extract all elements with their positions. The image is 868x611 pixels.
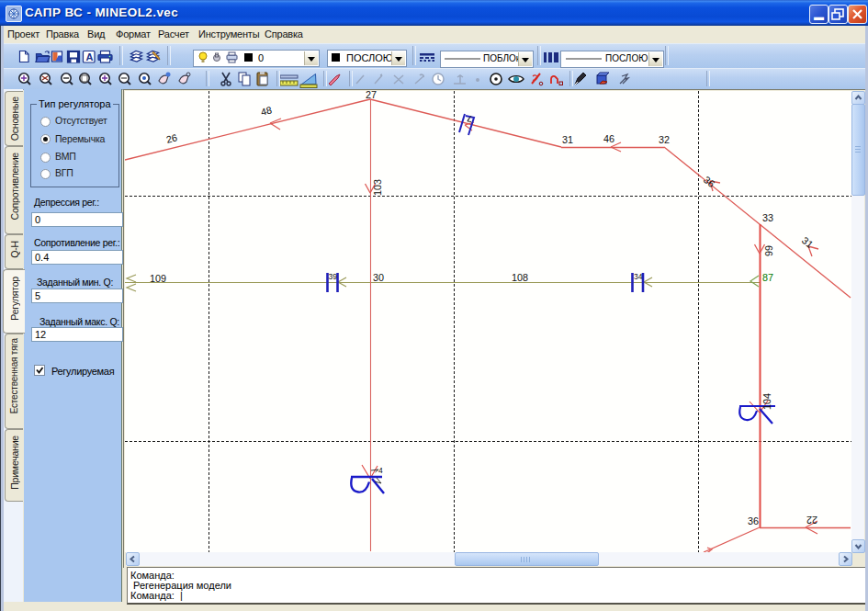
svg-text:109: 109	[150, 273, 166, 284]
svg-text:36: 36	[702, 174, 717, 189]
svg-text:36: 36	[748, 515, 759, 526]
svg-text:4: 4	[378, 466, 383, 475]
svg-text:48: 48	[260, 104, 273, 117]
svg-text:30: 30	[373, 272, 384, 283]
svg-text:103: 103	[372, 179, 383, 196]
svg-text:108: 108	[512, 272, 528, 283]
svg-text:A: A	[86, 51, 94, 62]
svg-text:22: 22	[806, 515, 817, 526]
svg-text:99: 99	[763, 245, 774, 256]
svg-text:33: 33	[762, 212, 773, 223]
svg-text:46: 46	[603, 133, 614, 144]
svg-text:31: 31	[562, 134, 573, 145]
svg-text:87: 87	[762, 272, 773, 283]
svg-text:34: 34	[634, 272, 643, 281]
svg-text:32: 32	[659, 134, 670, 145]
svg-text:104: 104	[761, 393, 772, 410]
svg-text:27: 27	[366, 91, 377, 100]
svg-text:39: 39	[329, 272, 338, 281]
svg-text:26: 26	[165, 131, 178, 144]
